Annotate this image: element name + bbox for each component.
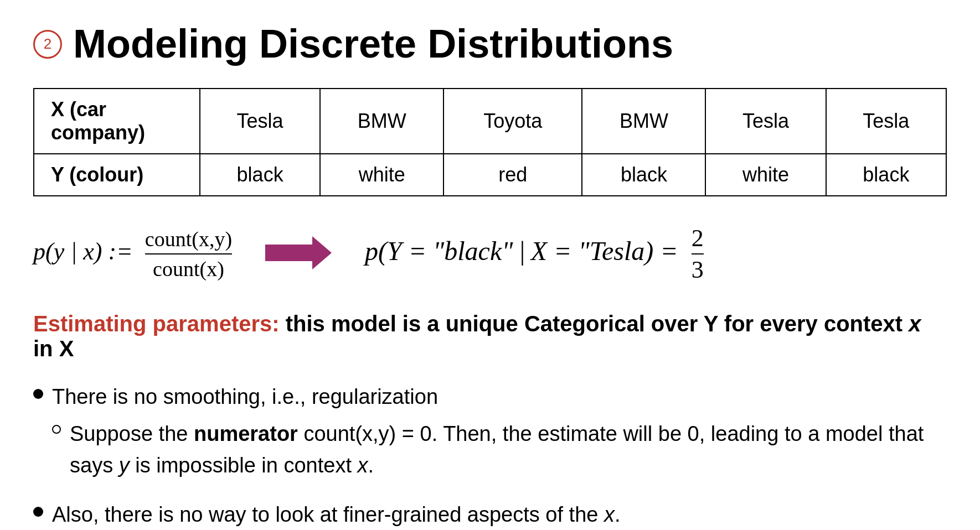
page-title-row: 2 Modeling Discrete Distributions [33,22,947,66]
slide-number: 2 [33,30,62,59]
sub-bullet-content-1-1: Suppose the numerator count(x,y) = 0. Th… [70,418,947,481]
sub-list-item-1-1: Suppose the numerator count(x,y) = 0. Th… [52,418,947,481]
estimating-label-pink: Estimating parameters: [33,311,280,336]
numerator-bold: numerator [194,422,298,445]
formula-fraction: count(x,y) count(x) [145,227,232,281]
y-italic-1: y [119,454,130,477]
table-header-5: Tesla [705,89,826,154]
page-title: Modeling Discrete Distributions [73,22,673,66]
arrow-icon [265,236,332,269]
x-italic-2: x [604,503,615,526]
bullet-list: There is no smoothing, i.e., regularizat… [33,381,947,530]
x-italic-1: x [358,454,368,477]
estimating-x-var: x [909,311,921,336]
fraction-numerator: count(x,y) [145,227,232,254]
svg-marker-0 [265,236,332,269]
table-cell-0-4: black [582,154,705,196]
fraction-denominator: count(x) [153,254,224,281]
formula-right-text: p(Y = "black" | X = "Tesla) = [365,236,685,266]
estimating-label-text: this model is a unique Categorical over … [286,311,909,336]
formula-right-den: 3 [692,254,704,284]
table-header-1: Tesla [200,89,320,154]
table-cell-0-6: black [826,154,946,196]
table-cell-0-0: Y (colour) [34,154,200,196]
estimating-params: Estimating parameters: this model is a u… [33,311,947,361]
formula-right-fraction: 2 3 [692,224,704,284]
bullet-dot-1 [33,389,43,399]
data-table-container: X (car company)TeslaBMWToyotaBMWTeslaTes… [33,88,947,196]
bullet-text-1: There is no smoothing, i.e., regularizat… [52,385,438,408]
formula-left-text: p(y | x) := [33,238,139,265]
data-table: X (car company)TeslaBMWToyotaBMWTeslaTes… [33,88,947,196]
bullet-content-2: Also, there is no way to look at finer-g… [52,499,621,530]
table-cell-0-5: white [705,154,826,196]
formula-right: p(Y = "black" | X = "Tesla) = 2 3 [365,224,704,284]
sub-bullet-circle-1-1 [52,425,61,434]
table-header-3: Toyota [443,89,582,154]
formula-left: p(y | x) := count(x,y) count(x) [33,227,232,281]
bullet-text-2: Also, there is no way to look at finer-g… [52,503,621,526]
table-cell-0-3: red [443,154,582,196]
list-item-1: There is no smoothing, i.e., regularizat… [33,381,947,488]
formula-section: p(y | x) := count(x,y) count(x) p(Y = "b… [33,224,947,284]
table-header-4: BMW [582,89,705,154]
arrow-container [265,236,332,272]
sub-bullet-list-1: Suppose the numerator count(x,y) = 0. Th… [52,418,947,481]
bullet-dot-2 [33,507,43,517]
table-header-6: Tesla [826,89,946,154]
table-header-0: X (car company) [34,89,200,154]
estimating-in-text: in X [33,336,74,361]
table-cell-0-1: black [200,154,320,196]
bullet-content-1: There is no smoothing, i.e., regularizat… [52,381,947,488]
list-item-2: Also, there is no way to look at finer-g… [33,499,947,530]
table-cell-0-2: white [320,154,443,196]
formula-right-num: 2 [692,224,704,254]
table-header-2: BMW [320,89,443,154]
